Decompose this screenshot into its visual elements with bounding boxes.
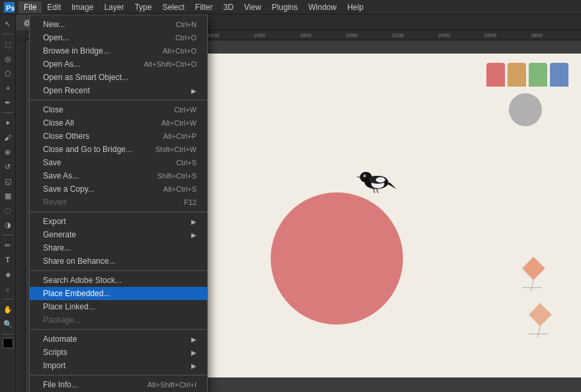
menu-item-shortcut: Shift+Ctrl+S xyxy=(157,172,197,180)
menu-item-label: Generate xyxy=(43,230,191,239)
menu-item-open-recent[interactable]: Open Recent▶ xyxy=(30,84,207,97)
menu-item-shortcut: Shift+Ctrl+W xyxy=(156,145,197,153)
menu-item-scripts[interactable]: Scripts▶ xyxy=(30,346,207,359)
menu-item-arrow-icon: ▶ xyxy=(191,349,197,356)
menu-item-label: Browse in Bridge... xyxy=(43,46,152,56)
menu-item-label: Close Others xyxy=(43,132,153,141)
menu-item-label: Save a Copy... xyxy=(43,184,153,194)
menu-item-label: New... xyxy=(43,20,165,29)
menu-item-shortcut: Alt+Shift+Ctrl+I xyxy=(148,381,197,389)
menu-item-package-: Package... xyxy=(30,313,207,327)
menu-item-close-and-go-to-bridge-[interactable]: Close and Go to Bridge...Shift+Ctrl+W xyxy=(30,143,207,156)
file-menu-dropdown: New...Ctrl+NOpen...Ctrl+OBrowse in Bridg… xyxy=(29,15,208,392)
menu-item-arrow-icon: ▶ xyxy=(191,336,197,343)
menu-separator-20 xyxy=(30,270,207,271)
menu-item-shortcut: Alt+Ctrl+S xyxy=(163,185,197,193)
menu-item-label: Close xyxy=(43,105,163,114)
menu-item-import[interactable]: Import▶ xyxy=(30,359,207,372)
menu-item-save[interactable]: SaveCtrl+S xyxy=(30,156,207,169)
menu-item-save-a-copy-[interactable]: Save a Copy...Alt+Ctrl+S xyxy=(30,182,207,196)
menu-item-label: Export xyxy=(43,217,191,226)
menu-separator-29 xyxy=(30,375,207,375)
menu-item-automate[interactable]: Automate▶ xyxy=(30,333,207,346)
menu-separator-15 xyxy=(30,212,207,212)
menu-item-arrow-icon: ▶ xyxy=(191,231,197,239)
menu-item-label: Import xyxy=(43,361,191,370)
menu-item-shortcut: Ctrl+O xyxy=(175,34,197,42)
menu-item-label: Save xyxy=(43,158,165,167)
menu-item-shortcut: Ctrl+W xyxy=(174,106,197,114)
menu-item-label: Revert xyxy=(43,198,173,207)
menu-item-shortcut: Ctrl+S xyxy=(176,159,197,167)
menu-item-open-as-[interactable]: Open As...Alt+Shift+Ctrl+O xyxy=(30,58,207,71)
menu-item-label: Open Recent xyxy=(43,86,191,95)
menu-item-shortcut: Alt+Shift+Ctrl+O xyxy=(144,60,197,68)
menu-item-shortcut: F12 xyxy=(184,198,197,206)
menu-item-label: Open as Smart Object... xyxy=(43,73,197,82)
menu-item-label: Place Linked... xyxy=(43,302,197,311)
menu-separator-25 xyxy=(30,329,207,330)
menu-item-export[interactable]: Export▶ xyxy=(30,215,207,228)
menu-item-shortcut: Ctrl+N xyxy=(176,20,197,28)
menu-item-label: Open... xyxy=(43,33,165,42)
menu-item-shortcut: Alt+Ctrl+O xyxy=(163,47,197,55)
menu-item-arrow-icon: ▶ xyxy=(191,218,197,225)
menu-item-generate[interactable]: Generate▶ xyxy=(30,228,207,241)
menu-item-search-adobe-stock-[interactable]: Search Adobe Stock... xyxy=(30,274,207,287)
menu-item-share-[interactable]: Share... xyxy=(30,241,207,255)
menu-item-label: Share... xyxy=(43,243,197,253)
menu-item-open-[interactable]: Open...Ctrl+O xyxy=(30,31,207,44)
menu-item-revert: RevertF12 xyxy=(30,196,207,209)
menu-separator-6 xyxy=(30,100,207,100)
menu-item-label: Share on Behance... xyxy=(43,256,197,266)
menu-item-close-all[interactable]: Close AllAlt+Ctrl+W xyxy=(30,116,207,130)
menu-item-label: Close All xyxy=(43,118,151,128)
menu-item-file-info-[interactable]: File Info...Alt+Shift+Ctrl+I xyxy=(30,378,207,391)
menu-item-arrow-icon: ▶ xyxy=(191,87,197,95)
menu-item-browse-in-bridge-[interactable]: Browse in Bridge...Alt+Ctrl+O xyxy=(30,44,207,58)
menu-item-share-on-behance-[interactable]: Share on Behance... xyxy=(30,255,207,268)
menu-item-label: Open As... xyxy=(43,59,133,69)
menu-item-label: Search Adobe Stock... xyxy=(43,276,197,285)
menu-item-place-embedded-[interactable]: Place Embedded... xyxy=(30,287,207,300)
menu-item-new-[interactable]: New...Ctrl+N xyxy=(30,18,207,31)
menu-item-label: Scripts xyxy=(43,348,191,357)
menu-item-label: Automate xyxy=(43,334,191,344)
menu-item-close[interactable]: CloseCtrl+W xyxy=(30,103,207,116)
menu-item-save-as-[interactable]: Save As...Shift+Ctrl+S xyxy=(30,169,207,182)
menu-item-close-others[interactable]: Close OthersAlt+Ctrl+P xyxy=(30,130,207,143)
menu-item-label: Package... xyxy=(43,315,197,325)
menu-item-label: Close and Go to Bridge... xyxy=(43,145,145,154)
dropdown-overlay[interactable]: New...Ctrl+NOpen...Ctrl+OBrowse in Bridg… xyxy=(0,0,581,392)
menu-item-label: File Info... xyxy=(43,380,137,389)
menu-item-place-linked-[interactable]: Place Linked... xyxy=(30,300,207,313)
menu-item-open-as-smart-object-[interactable]: Open as Smart Object... xyxy=(30,71,207,84)
menu-item-label: Save As... xyxy=(43,171,147,180)
menu-item-shortcut: Alt+Ctrl+P xyxy=(163,132,197,140)
menu-item-arrow-icon: ▶ xyxy=(191,362,197,370)
menu-item-shortcut: Alt+Ctrl+W xyxy=(161,119,197,127)
menu-item-label: Place Embedded... xyxy=(43,289,197,298)
